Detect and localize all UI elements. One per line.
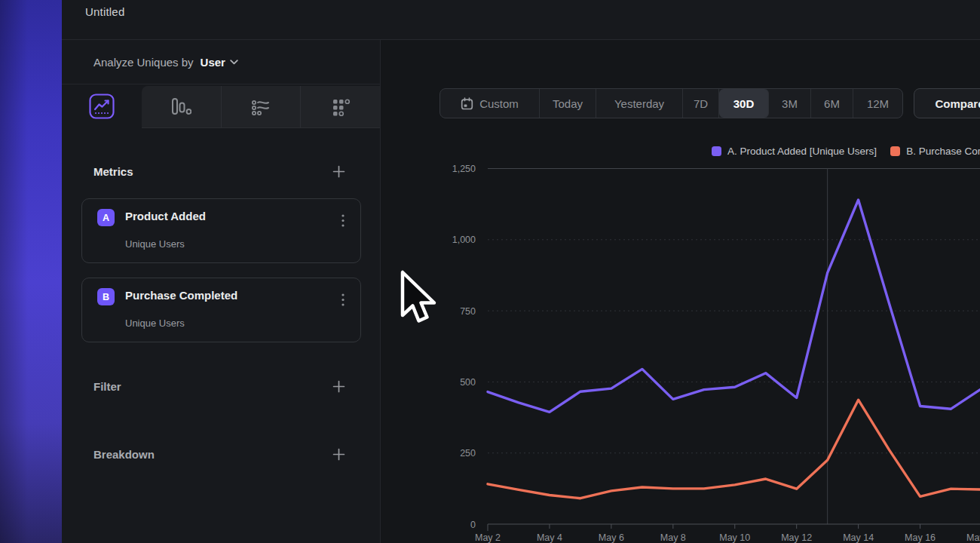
- analyze-label: Analyze Uniques by: [93, 56, 194, 69]
- legend-label: A. Product Added [Unique Users]: [727, 146, 877, 157]
- metric-menu-button[interactable]: [336, 292, 350, 307]
- decorative-gradient-strip: [0, 0, 62, 543]
- svg-text:May 4: May 4: [537, 532, 562, 543]
- compare-button[interactable]: Compare: [914, 88, 980, 118]
- metric-card-a[interactable]: A Product Added Unique Users: [81, 198, 361, 263]
- analyze-row: Analyze Uniques by User: [62, 40, 380, 84]
- tab-bar-chart[interactable]: [142, 86, 222, 127]
- metric-badge-a: A: [97, 209, 115, 226]
- svg-text:May 6: May 6: [599, 532, 624, 543]
- svg-text:May 2: May 2: [475, 532, 501, 543]
- retention-grid-icon: [330, 97, 351, 118]
- query-sidebar: Analyze Uniques by User: [62, 40, 381, 543]
- chart-legend: A. Product Added [Unique Users]B. Purcha…: [712, 144, 980, 158]
- tab-retention[interactable]: [301, 86, 380, 127]
- add-breakdown-button[interactable]: [332, 447, 345, 461]
- metrics-label: Metrics: [93, 165, 133, 178]
- metric-menu-button[interactable]: [336, 213, 350, 228]
- chart-panel: May 2May 4May 6May 8May 10May 12May 14Ma…: [381, 40, 980, 543]
- range-3m[interactable]: 3M: [769, 89, 811, 118]
- breakdown-label: Breakdown: [93, 448, 155, 461]
- svg-text:May 18: May 18: [966, 532, 980, 543]
- range-today[interactable]: Today: [540, 89, 596, 118]
- breakdown-section: Breakdown: [62, 443, 380, 465]
- legend-swatch: [890, 146, 900, 156]
- svg-text:1,250: 1,250: [452, 164, 476, 174]
- svg-text:May 8: May 8: [660, 532, 686, 543]
- kebab-menu-icon: [341, 293, 345, 306]
- range-12m[interactable]: 12M: [853, 89, 902, 118]
- date-range-control: CustomTodayYesterday7D30D3M6M12M: [439, 88, 903, 118]
- svg-text:1,000: 1,000: [452, 235, 476, 245]
- bar-chart-icon: [170, 97, 191, 116]
- svg-text:250: 250: [460, 448, 476, 459]
- view-type-tabs: [62, 84, 380, 128]
- legend-swatch: [712, 146, 721, 156]
- filter-section: Filter: [62, 376, 380, 397]
- range-custom[interactable]: Custom: [440, 89, 540, 118]
- range-label: Custom: [479, 97, 519, 110]
- plus-icon: [332, 448, 345, 461]
- metric-subtitle[interactable]: Unique Users: [125, 238, 185, 250]
- tab-insights-line[interactable]: [62, 84, 142, 128]
- plus-icon: [332, 380, 345, 393]
- add-filter-button[interactable]: [332, 379, 345, 393]
- metric-title: Purchase Completed: [125, 289, 237, 302]
- metric-badge-b: B: [97, 288, 115, 305]
- range-label: 6M: [824, 97, 840, 110]
- svg-text:500: 500: [460, 377, 476, 388]
- range-30d[interactable]: 30D: [719, 89, 769, 118]
- analyze-entity-value: User: [201, 56, 225, 69]
- svg-text:May 12: May 12: [781, 532, 812, 543]
- range-label: Today: [553, 97, 583, 110]
- range-7d[interactable]: 7D: [683, 89, 719, 118]
- svg-text:May 14: May 14: [843, 532, 874, 543]
- range-yesterday[interactable]: Yesterday: [596, 89, 683, 118]
- range-label: Yesterday: [614, 97, 664, 110]
- range-label: 3M: [782, 97, 798, 110]
- metric-title: Product Added: [125, 210, 206, 222]
- top-bar: Untitled: [62, 0, 980, 40]
- inactive-tabs-panel: [142, 86, 380, 128]
- plus-icon: [332, 165, 345, 178]
- legend-label: B. Purchase Completed [Unique Users]: [906, 146, 980, 157]
- analyze-entity-dropdown[interactable]: User: [201, 56, 238, 69]
- legend-item: B. Purchase Completed [Unique Users]: [890, 146, 980, 157]
- kebab-menu-icon: [341, 214, 345, 227]
- svg-text:May 10: May 10: [719, 532, 750, 543]
- chevron-down-icon: [230, 60, 238, 65]
- tab-flows[interactable]: [222, 86, 302, 127]
- metric-card-b[interactable]: B Purchase Completed Unique Users: [81, 278, 361, 342]
- add-metric-button[interactable]: [332, 164, 345, 178]
- range-6m[interactable]: 6M: [811, 89, 853, 118]
- range-label: 30D: [733, 97, 755, 110]
- svg-text:0: 0: [470, 520, 476, 530]
- report-title[interactable]: Untitled: [85, 5, 124, 18]
- metric-subtitle[interactable]: Unique Users: [125, 318, 185, 329]
- legend-item: A. Product Added [Unique Users]: [712, 146, 877, 157]
- svg-text:May 16: May 16: [905, 532, 936, 543]
- filter-label: Filter: [93, 380, 121, 393]
- svg-text:750: 750: [460, 306, 476, 317]
- flows-icon: [250, 97, 271, 117]
- range-label: 7D: [694, 97, 708, 110]
- compare-label: Compare: [935, 97, 980, 110]
- line-chart-icon: [89, 94, 115, 119]
- range-label: 12M: [867, 97, 889, 110]
- calendar-icon: [461, 97, 473, 110]
- metrics-header: Metrics: [62, 161, 380, 182]
